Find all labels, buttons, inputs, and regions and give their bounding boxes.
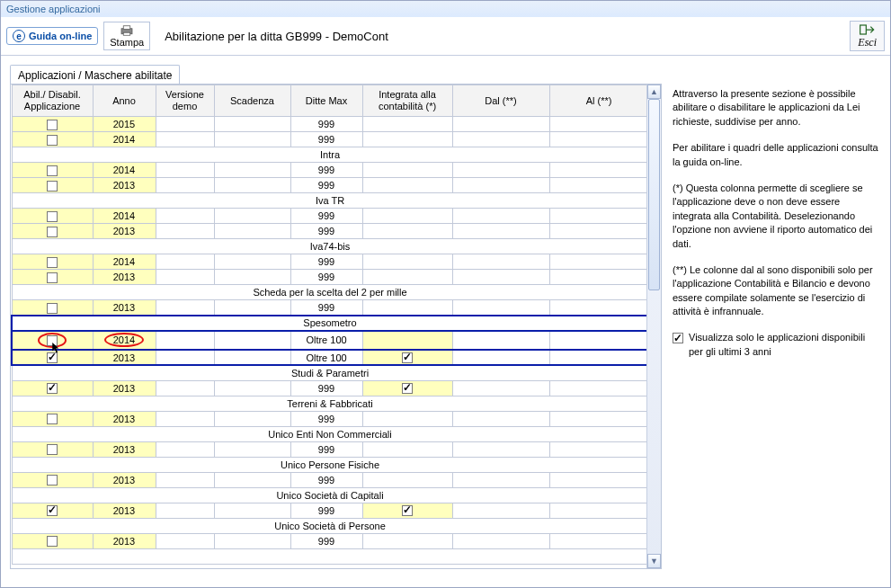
cell-ditte: 999 — [290, 132, 362, 147]
stampa-button[interactable]: Stampa — [103, 22, 150, 50]
cell-anno: 2015 — [93, 117, 156, 132]
cell-ditte: 999 — [290, 472, 362, 487]
table-row[interactable]: 2013 Oltre 100 — [12, 350, 646, 365]
enable-checkbox[interactable] — [47, 383, 58, 394]
section-intra: Intra — [12, 147, 646, 163]
table-row[interactable]: 2013 999 — [12, 380, 646, 396]
exit-icon — [859, 23, 877, 36]
vertical-scrollbar[interactable]: ▲ ▼ — [646, 85, 661, 568]
enable-checkbox[interactable] — [47, 211, 58, 222]
enable-checkbox[interactable] — [47, 165, 58, 176]
enable-checkbox[interactable] — [47, 120, 58, 130]
section-unicosc: Unico Società di Capitali — [12, 487, 646, 503]
toolbar: e Guida on-line Stampa Abilitazione per … — [1, 17, 890, 56]
table-row[interactable]: 2014 999 — [12, 254, 646, 270]
esci-label: Esci — [858, 36, 877, 49]
table-row[interactable]: 2013 999 — [12, 300, 646, 316]
col-scadenza[interactable]: Scadenza — [214, 85, 290, 117]
enable-checkbox[interactable] — [47, 227, 58, 237]
enable-checkbox[interactable] — [47, 135, 58, 146]
table-row[interactable]: 2014 Oltre 100 — [12, 331, 646, 350]
cell-ditte: Oltre 100 — [290, 331, 362, 350]
enable-checkbox[interactable] — [47, 303, 58, 314]
table-row[interactable]: 2013 999 — [12, 533, 646, 548]
scroll-up-button[interactable]: ▲ — [647, 85, 661, 99]
table-row[interactable]: 2014 999 — [12, 209, 646, 224]
enable-checkbox[interactable] — [47, 181, 58, 192]
col-integrata[interactable]: Integrata alla contabilità (*) — [362, 85, 452, 117]
enable-checkbox[interactable] — [47, 505, 58, 516]
cell-anno: 2014 — [93, 209, 156, 224]
scroll-thumb[interactable] — [648, 99, 660, 290]
enable-checkbox[interactable] — [47, 352, 58, 363]
col-ditte[interactable]: Ditte Max — [290, 85, 362, 117]
cell-anno: 2013 — [93, 224, 156, 239]
cell-anno: 2013 — [93, 380, 156, 396]
enable-checkbox[interactable] — [47, 257, 58, 268]
ie-icon: e — [13, 30, 25, 42]
cell-anno: 2013 — [93, 178, 156, 193]
window-title: Gestione applicazioni — [1, 1, 890, 17]
filter-last3years-checkbox[interactable] — [673, 333, 683, 343]
scroll-track[interactable] — [647, 99, 661, 554]
section-scheda: Scheda per la scelta del 2 per mille — [12, 285, 646, 300]
table-row[interactable]: 2013 999 — [12, 178, 646, 193]
scroll-down-button[interactable]: ▼ — [647, 554, 661, 568]
integrata-checkbox[interactable] — [402, 505, 413, 516]
table-row[interactable]: 2013 999 — [12, 270, 646, 285]
section-empty — [12, 548, 646, 564]
sidebar-text: (**) Le colonne dal al sono disponibili … — [673, 263, 879, 319]
esci-button[interactable]: Esci — [850, 21, 885, 51]
enable-checkbox[interactable] — [47, 335, 58, 346]
col-versione[interactable]: Versione demo — [156, 85, 214, 117]
cell-anno: 2013 — [93, 300, 156, 316]
sidebar-text: Attraverso la presente sezione è possibi… — [673, 87, 879, 129]
cell-ditte: 999 — [290, 254, 362, 270]
cell-ditte: 999 — [290, 117, 362, 132]
enable-checkbox[interactable] — [47, 536, 58, 547]
section-unicoenti: Unico Enti Non Commerciali — [12, 426, 646, 441]
col-dal[interactable]: Dal (**) — [452, 85, 549, 117]
table-row[interactable]: 2013 999 — [12, 224, 646, 239]
cell-ditte: 999 — [290, 503, 362, 518]
printer-icon — [119, 24, 135, 37]
cell-ditte: 999 — [290, 224, 362, 239]
sidebar-text: Per abilitare i quadri delle applicazion… — [673, 141, 879, 169]
cell-anno: 2014 — [93, 132, 156, 147]
col-al[interactable]: Al (**) — [549, 85, 646, 117]
sidebar-text: (*) Questa colonna permette di scegliere… — [673, 182, 879, 251]
col-abil[interactable]: Abil./ Disabil. Applicazione — [12, 85, 93, 117]
table-row[interactable]: 2014 999 — [12, 163, 646, 178]
section-terreni: Terreni & Fabbricati — [12, 396, 646, 411]
col-anno[interactable]: Anno — [93, 85, 156, 117]
cell-ditte: Oltre 100 — [290, 350, 362, 365]
enable-checkbox[interactable] — [47, 475, 58, 486]
cell-anno: 2014 — [93, 254, 156, 270]
integrata-checkbox[interactable] — [402, 383, 413, 394]
cell-ditte: 999 — [290, 533, 362, 548]
tab-strip: Applicazioni / Maschere abilitate — [1, 56, 890, 84]
enable-checkbox[interactable] — [47, 414, 58, 424]
cell-ditte: 999 — [290, 300, 362, 316]
section-unicopf: Unico Persone Fisiche — [12, 457, 646, 472]
guide-online-button[interactable]: e Guida on-line — [6, 27, 98, 45]
table-row[interactable]: 2013 999 — [12, 503, 646, 518]
cell-ditte: 999 — [290, 441, 362, 457]
table-row[interactable]: 2013 999 — [12, 441, 646, 457]
enable-checkbox[interactable] — [47, 444, 58, 455]
page-title: Abilitazione per la ditta GB999 - DemoCo… — [156, 30, 844, 43]
guide-label: Guida on-line — [29, 31, 92, 41]
svg-rect-1 — [123, 26, 130, 30]
table-row[interactable]: 2013 999 — [12, 411, 646, 426]
cell-anno: 2013 — [93, 411, 156, 426]
table-row[interactable]: 2015 999 — [12, 117, 646, 132]
table-row[interactable]: 2013 999 — [12, 472, 646, 487]
table-row[interactable]: 2014 999 — [12, 132, 646, 147]
cell-ditte: 999 — [290, 411, 362, 426]
tab-applicazioni[interactable]: Applicazioni / Maschere abilitate — [10, 65, 180, 84]
cell-ditte: 999 — [290, 178, 362, 193]
cell-anno: 2013 — [93, 270, 156, 285]
enable-checkbox[interactable] — [47, 272, 58, 283]
section-studi: Studi & Parametri — [12, 365, 646, 380]
integrata-checkbox[interactable] — [402, 352, 413, 363]
